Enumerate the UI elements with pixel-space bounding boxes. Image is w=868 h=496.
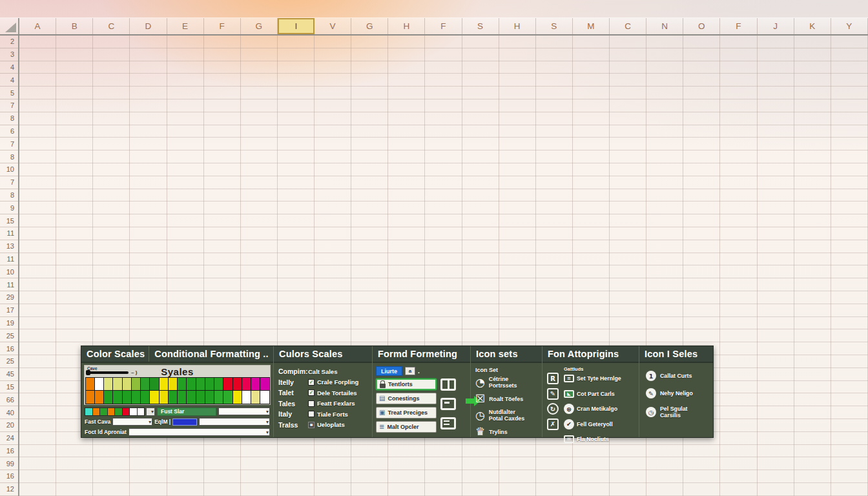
- monitor-icon[interactable]: [440, 398, 456, 410]
- color-swatch[interactable]: [159, 377, 169, 391]
- color-swatch[interactable]: [112, 390, 122, 404]
- row-header-11[interactable]: 7: [0, 176, 18, 189]
- color-swatch[interactable]: [232, 377, 242, 391]
- document-page-icon[interactable]: [440, 417, 456, 429]
- column-header-22-Y[interactable]: Y: [831, 18, 868, 34]
- row-header-5[interactable]: 7: [0, 99, 18, 112]
- row-header-17[interactable]: 11: [0, 253, 18, 266]
- row-header-1[interactable]: 3: [0, 48, 18, 61]
- column-header-18-O[interactable]: O: [683, 18, 720, 34]
- column-header-9-G[interactable]: G: [351, 18, 388, 34]
- row-header-13[interactable]: 9: [0, 202, 18, 214]
- color-swatch[interactable]: [214, 390, 223, 404]
- color-swatch[interactable]: [112, 377, 122, 391]
- color-swatch[interactable]: [149, 377, 159, 391]
- row-header-24[interactable]: 16: [0, 342, 18, 355]
- row-header-10[interactable]: 10: [0, 163, 18, 176]
- fon-item-3[interactable]: ✗✔Fell Geteryoll: [546, 418, 637, 430]
- column-header-20-J[interactable]: J: [758, 18, 794, 34]
- column-header-14-S[interactable]: S: [536, 18, 573, 34]
- row-header-3[interactable]: 4: [0, 74, 18, 87]
- color-swatch[interactable]: [140, 390, 150, 404]
- row-header-27[interactable]: 15: [0, 381, 18, 394]
- column-header-11-F[interactable]: F: [425, 18, 462, 34]
- icon-seles-item-1[interactable]: ✎Nehy Neligo: [646, 388, 712, 398]
- checkbox[interactable]: [308, 400, 315, 407]
- icon-seles-item-0[interactable]: 1Callat Curts: [646, 371, 712, 381]
- color-swatch[interactable]: [131, 377, 141, 391]
- color-swatch[interactable]: [85, 390, 95, 404]
- column-header-0-A[interactable]: A: [19, 18, 56, 34]
- row-header-33[interactable]: 99: [0, 457, 18, 470]
- row-header-34[interactable]: 16: [0, 470, 18, 483]
- checkbox[interactable]: ✓: [308, 389, 315, 396]
- row-header-31[interactable]: 24: [0, 432, 18, 445]
- color-swatch[interactable]: [251, 377, 260, 391]
- formd-button-2[interactable]: ▣Treat Preciges: [376, 407, 437, 418]
- row-header-23[interactable]: 25: [0, 329, 18, 342]
- color-swatch[interactable]: [251, 390, 260, 404]
- row-header-14[interactable]: 15: [0, 214, 18, 227]
- color-swatch[interactable]: [242, 377, 251, 391]
- color-swatch[interactable]: [214, 377, 223, 391]
- strip-swatch[interactable]: [137, 408, 145, 416]
- color-swatch[interactable]: [242, 390, 251, 404]
- column-header-16-C[interactable]: C: [610, 18, 646, 34]
- row-header-15[interactable]: 11: [0, 227, 18, 240]
- column-header-7-I[interactable]: I: [278, 18, 315, 34]
- column-header-13-H[interactable]: H: [499, 18, 536, 34]
- column-header-19-F[interactable]: F: [720, 18, 757, 34]
- icon-seles-item-2[interactable]: ◷Pel SgulatCarsilis: [646, 406, 712, 418]
- color-swatch[interactable]: [94, 390, 104, 404]
- row-header-28[interactable]: 66: [0, 393, 18, 406]
- row-header-7[interactable]: 6: [0, 125, 18, 138]
- color-swatch[interactable]: [186, 390, 196, 404]
- row-header-32[interactable]: 16: [0, 445, 18, 458]
- row-header-25[interactable]: 25: [0, 355, 18, 368]
- color-swatch[interactable]: [85, 377, 95, 391]
- color-swatch[interactable]: [177, 377, 187, 391]
- color-swatch[interactable]: [223, 390, 232, 404]
- eqlm-dropdown[interactable]: [199, 418, 270, 426]
- formd-button-1[interactable]: ▤Conestings: [376, 393, 437, 404]
- strip-dropdown[interactable]: [146, 408, 155, 416]
- formd-button-0[interactable]: Tentlorts: [376, 378, 437, 390]
- column-header-5-F[interactable]: F: [204, 18, 241, 34]
- row-header-0[interactable]: 2: [0, 36, 18, 48]
- column-header-3-D[interactable]: D: [130, 18, 167, 34]
- blue-color-box[interactable]: [172, 418, 197, 426]
- column-header-12-S[interactable]: S: [462, 18, 499, 34]
- fon-item-0[interactable]: R≡Set Tyte Hernlge: [546, 373, 637, 384]
- row-header-2[interactable]: 4: [0, 61, 18, 74]
- checkbox[interactable]: [308, 411, 315, 417]
- select-all-corner[interactable]: [0, 18, 19, 34]
- color-swatch[interactable]: [94, 377, 104, 391]
- color-swatch[interactable]: [223, 377, 232, 391]
- column-header-10-H[interactable]: H: [388, 18, 425, 34]
- column-header-6-G[interactable]: G: [241, 18, 278, 34]
- color-swatch[interactable]: [196, 377, 205, 391]
- icon-set-item-3[interactable]: ♛Trylins: [475, 426, 541, 437]
- color-swatch[interactable]: [131, 390, 141, 404]
- color-swatch[interactable]: [205, 377, 214, 391]
- checkbox[interactable]: ✓: [308, 379, 315, 386]
- row-header-21[interactable]: 17: [0, 304, 18, 317]
- color-swatch[interactable]: [140, 377, 150, 391]
- fast-cava-dropdown[interactable]: [112, 418, 152, 426]
- color-swatch[interactable]: [205, 390, 214, 404]
- icon-set-item-0[interactable]: ◔CétrinePortrssets: [475, 376, 541, 389]
- icon-set-item-2[interactable]: ◷NutdlalterPotal Caxdes: [475, 409, 541, 422]
- column-header-1-B[interactable]: B: [56, 18, 93, 34]
- fon-item-4[interactable]: ✉Fla Nocliuts: [546, 433, 637, 445]
- column-header-8-V[interactable]: V: [315, 18, 351, 34]
- liurte-button[interactable]: Liurte: [376, 366, 402, 376]
- row-header-18[interactable]: 10: [0, 265, 18, 278]
- row-header-9[interactable]: 8: [0, 150, 18, 163]
- mini-a-button[interactable]: a: [405, 367, 415, 375]
- formd-button-3[interactable]: ≡Malt Opcler: [376, 421, 437, 433]
- color-swatch[interactable]: [168, 377, 178, 391]
- fon-item-2[interactable]: ↻⊛Cran Metikalgo: [546, 403, 637, 415]
- color-swatch[interactable]: [103, 377, 113, 391]
- color-swatch[interactable]: [122, 377, 132, 391]
- color-swatch[interactable]: [260, 377, 269, 391]
